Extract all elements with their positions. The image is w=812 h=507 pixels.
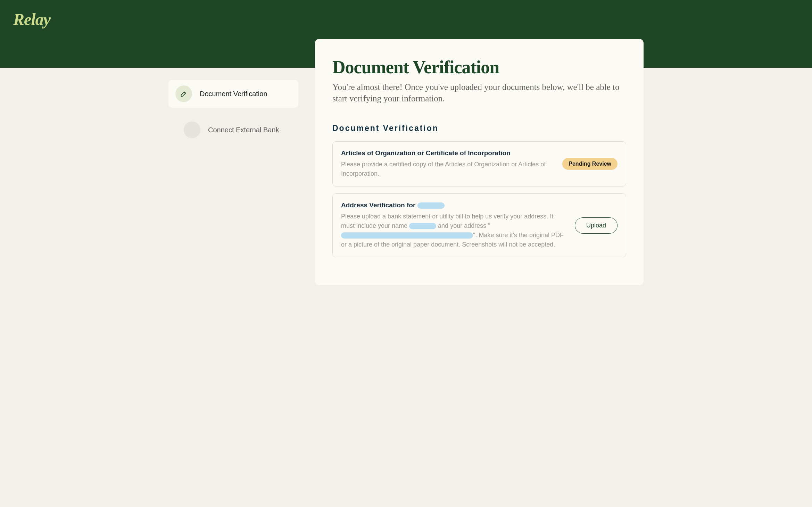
redacted-address <box>341 232 473 239</box>
sidebar-item-label: Connect External Bank <box>208 126 279 134</box>
upload-button[interactable]: Upload <box>575 217 618 234</box>
page-title: Document Verification <box>332 57 626 77</box>
section-heading: Document Verification <box>332 124 626 133</box>
sidebar-item-label: Document Verification <box>200 90 267 98</box>
sidebar-icon-circle-empty <box>184 122 200 138</box>
description-part2: and your address " <box>436 222 490 229</box>
document-description: Please upload a bank statement or utilit… <box>341 212 566 249</box>
edit-icon <box>180 90 188 98</box>
document-description: Please provide a certified copy of the A… <box>341 160 554 178</box>
redacted-name <box>409 223 436 229</box>
sidebar-icon-circle <box>175 85 192 102</box>
logo: Relay <box>13 10 50 29</box>
redacted-name-title <box>417 202 445 209</box>
document-info: Address Verification for Please upload a… <box>341 201 566 249</box>
status-badge-pending: Pending Review <box>562 158 618 170</box>
document-card-articles: Articles of Organization or Certificate … <box>332 141 626 186</box>
page-subtitle: You're almost there! Once you've uploade… <box>332 82 626 104</box>
document-card-address: Address Verification for Please upload a… <box>332 193 626 257</box>
sidebar-item-connect-external-bank[interactable]: Connect External Bank <box>177 116 290 144</box>
sidebar-item-document-verification[interactable]: Document Verification <box>168 80 298 108</box>
document-info: Articles of Organization or Certificate … <box>341 149 554 178</box>
document-title: Address Verification for <box>341 201 566 209</box>
main-card: Document Verification You're almost ther… <box>315 39 644 285</box>
document-title-prefix: Address Verification for <box>341 201 415 209</box>
content-wrapper: Document Verification Connect External B… <box>152 0 660 285</box>
sidebar: Document Verification Connect External B… <box>168 39 298 285</box>
logo-text: Relay <box>13 10 50 28</box>
document-title: Articles of Organization or Certificate … <box>341 149 554 157</box>
